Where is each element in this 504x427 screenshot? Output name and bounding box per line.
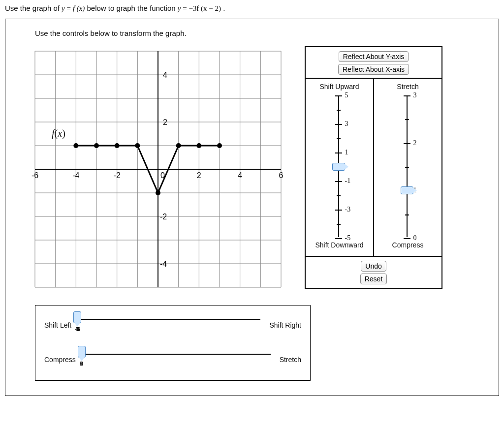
reset-button[interactable]: Reset: [360, 274, 387, 284]
compress-h-label: Compress: [44, 356, 76, 364]
svg-text:-4: -4: [72, 171, 79, 180]
horizontal-shift-slider[interactable]: -5 -3 -1 1 3 5: [77, 314, 263, 336]
graph-svg: -6 -4 -2 0 2 4 6 4 2 -2 -4: [25, 46, 291, 292]
svg-point-41: [156, 190, 160, 195]
shift-left-label: Shift Left: [44, 321, 71, 329]
svg-point-44: [217, 143, 222, 148]
prompt-pre: Use the graph of: [5, 4, 62, 12]
shift-up-label: Shift Upward: [319, 83, 359, 91]
horizontal-scale-slider[interactable]: 0 1 2 3: [82, 349, 274, 370]
transform-controls: Reflect About Y-axis Reflect About X-axi…: [305, 46, 442, 289]
reflect-x-button[interactable]: Reflect About X-axis: [338, 64, 409, 75]
svg-text:-2: -2: [160, 213, 167, 221]
horizontal-scale-thumb[interactable]: [78, 346, 86, 358]
horizontal-shift-thumb[interactable]: [73, 311, 81, 323]
svg-point-38: [94, 143, 99, 148]
question-prompt: Use the graph of y = f (x) below to grap…: [5, 4, 499, 13]
svg-point-39: [115, 143, 120, 148]
panel-instruction: Use the controls below to transform the …: [5, 29, 486, 37]
interactive-panel: Use the controls below to transform the …: [5, 19, 499, 396]
svg-point-42: [176, 143, 181, 148]
svg-point-40: [135, 143, 140, 148]
svg-text:-4: -4: [160, 260, 167, 268]
stretch-label: Stretch: [397, 83, 418, 91]
shift-down-label: Shift Downward: [315, 241, 363, 249]
vertical-shift-thumb[interactable]: [332, 163, 345, 171]
svg-point-43: [196, 143, 201, 148]
vertical-scale-slider[interactable]: 3 2 1 0: [391, 92, 425, 240]
svg-point-37: [73, 143, 78, 148]
prompt-mid: below to graph the function: [87, 4, 177, 12]
svg-text:6: 6: [279, 171, 284, 180]
vertical-shift-slider[interactable]: 5 3 1 -1 -3 -5: [322, 92, 357, 240]
stretch-h-label: Stretch: [280, 356, 301, 364]
vertical-scale-thumb[interactable]: [401, 186, 413, 194]
svg-text:-6: -6: [32, 171, 38, 180]
undo-button[interactable]: Undo: [361, 261, 386, 272]
shift-right-label: Shift Right: [269, 321, 301, 329]
svg-text:2: 2: [197, 171, 201, 180]
function-label: f(x): [52, 128, 65, 139]
graph-area: -6 -4 -2 0 2 4 6 4 2 -2 -4: [5, 46, 291, 292]
horizontal-controls: Shift Left -5 -3 -1 1 3 5: [35, 305, 311, 381]
svg-text:4: 4: [238, 171, 242, 180]
svg-text:4: 4: [163, 71, 167, 79]
svg-text:2: 2: [163, 118, 167, 126]
reflect-y-button[interactable]: Reflect About Y-axis: [339, 51, 409, 62]
compress-label: Compress: [392, 241, 424, 249]
svg-text:-2: -2: [114, 171, 121, 180]
